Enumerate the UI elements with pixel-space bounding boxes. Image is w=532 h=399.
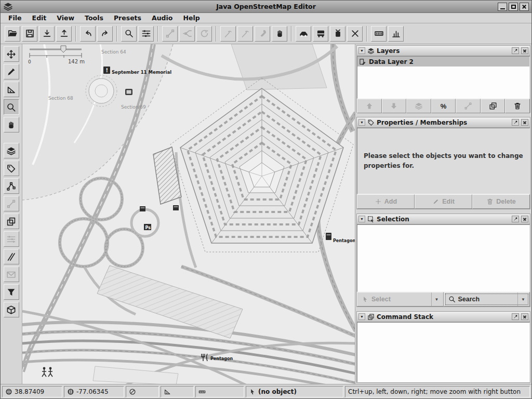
toolbar-separator (116, 26, 117, 42)
zoom-to-data-button[interactable] (121, 26, 137, 42)
toggle-layers-button[interactable] (4, 143, 19, 158)
bus-stop-icon (140, 206, 145, 211)
main-toolbar (1, 23, 531, 44)
preset-motorway-button[interactable] (371, 26, 387, 42)
properties-collapse-button[interactable]: ▼ (358, 119, 365, 126)
selection-sticky-button[interactable] (512, 216, 519, 222)
preset-bus-button[interactable] (313, 26, 328, 42)
upload-button[interactable] (56, 26, 72, 42)
delete-mode-button[interactable] (4, 117, 19, 132)
heading-field (126, 386, 159, 397)
layers-sticky-button[interactable] (512, 47, 519, 54)
angle-icon (164, 388, 171, 395)
zoom-mode-button[interactable] (4, 99, 19, 115)
command-stack-panel-header: ▼ Command Stack (357, 312, 530, 322)
layer-delete-button[interactable] (505, 99, 530, 113)
search-button[interactable]: Search ▼ (444, 292, 530, 307)
tram-icon (333, 29, 343, 38)
layer-opacity-button[interactable]: % (431, 99, 456, 113)
scale-value: 142 m (68, 59, 85, 64)
layer-move-down-button[interactable] (382, 99, 407, 113)
layer-duplicate-button[interactable] (481, 99, 506, 113)
menu-help[interactable]: Help (178, 14, 204, 22)
layers-panel-title: Layers (377, 47, 510, 55)
nodemerge-icon (6, 199, 16, 209)
refresh-icon (200, 29, 209, 38)
split-way-button[interactable] (179, 26, 195, 42)
command-stack-collapse-button[interactable]: ▼ (358, 313, 365, 320)
command-stack-sticky-button[interactable] (512, 313, 519, 320)
layer-visibility-button[interactable] (406, 99, 431, 113)
layer-merge-button[interactable] (456, 99, 481, 113)
funnel-icon (6, 287, 16, 297)
toggle-authors-button[interactable] (4, 231, 19, 247)
longitude-field[interactable]: -77.06345 (64, 386, 124, 397)
edit-button[interactable]: Edit (415, 194, 472, 209)
trash-icon (486, 198, 494, 205)
layer-move-up-button[interactable] (357, 99, 382, 113)
minimize-button[interactable] (498, 3, 507, 11)
close-button[interactable] (520, 3, 529, 11)
latitude-field[interactable]: 38.87409 (2, 386, 62, 397)
maximize-icon (511, 5, 516, 9)
layers-panel: ▼ Layers Data Layer 2 % (356, 45, 530, 113)
command-stack-close-button[interactable] (521, 313, 528, 320)
angle-field (161, 386, 194, 397)
section-label: Section 69 (121, 104, 146, 110)
command-stack-list[interactable] (357, 322, 530, 382)
pan-button[interactable] (272, 26, 287, 42)
select-button[interactable]: Select ▼ (357, 292, 444, 307)
redo-button[interactable] (97, 26, 113, 42)
undo-button[interactable] (80, 26, 96, 42)
select-mode-button[interactable] (4, 46, 19, 62)
measure-mode-button[interactable] (4, 82, 19, 97)
menu-edit[interactable]: Edit (28, 14, 51, 22)
envelope-icon (6, 270, 16, 280)
toggle-changesets-button[interactable] (4, 302, 19, 317)
parking-code: Ps (145, 225, 151, 230)
preset-car-button[interactable] (296, 26, 311, 42)
open-button[interactable] (5, 26, 20, 42)
toggle-selection-button[interactable] (4, 178, 19, 194)
toggle-conflicts-button[interactable] (4, 249, 19, 264)
preset-industrial-button[interactable] (388, 26, 404, 42)
properties-sticky-button[interactable] (512, 119, 519, 126)
layers-collapse-button[interactable]: ▼ (358, 47, 365, 54)
selection-buttons: Select ▼ Search ▼ (357, 292, 530, 307)
properties-close-button[interactable] (521, 119, 528, 126)
menu-audio[interactable]: Audio (147, 14, 177, 22)
unglue-way-button[interactable] (162, 26, 178, 42)
preset-delete-button[interactable] (347, 26, 363, 42)
selection-close-button[interactable] (521, 216, 528, 222)
orthogonalize-button[interactable] (255, 26, 270, 42)
toggle-properties-button[interactable] (4, 161, 19, 176)
latitude-value: 38.87409 (15, 388, 44, 395)
map-svg: ! September 11 Memorial Ps Pentagon Pent… (22, 44, 355, 384)
layers-list[interactable]: Data Layer 2 (357, 56, 530, 99)
parallel-icon (6, 252, 16, 262)
preset-tram-button[interactable] (330, 26, 345, 42)
menu-presets[interactable]: Presets (109, 14, 146, 22)
menu-view[interactable]: View (52, 14, 79, 22)
reverse-way-button[interactable] (237, 26, 253, 42)
toggle-validator-button[interactable] (4, 267, 19, 282)
layers-close-button[interactable] (521, 47, 528, 54)
maximize-button[interactable] (509, 3, 518, 11)
menu-file[interactable]: File (4, 14, 26, 22)
update-data-button[interactable] (196, 26, 212, 42)
menu-tools[interactable]: Tools (80, 14, 108, 22)
map-canvas[interactable]: ! September 11 Memorial Ps Pentagon Pent… (22, 44, 355, 384)
add-button[interactable]: Add (357, 194, 415, 209)
draw-mode-button[interactable] (4, 64, 19, 79)
save-button[interactable] (22, 26, 37, 42)
preferences-button[interactable] (138, 26, 154, 42)
layer-row[interactable]: Data Layer 2 (357, 57, 529, 66)
toggle-command-stack-button[interactable] (4, 214, 19, 229)
toggle-relations-button[interactable] (4, 196, 19, 211)
selection-collapse-button[interactable]: ▼ (358, 216, 365, 222)
delete-button[interactable]: Delete (472, 194, 530, 209)
selection-list[interactable] (357, 224, 530, 292)
toggle-filter-button[interactable] (4, 284, 19, 300)
simplify-way-button[interactable] (220, 26, 236, 42)
download-button[interactable] (39, 26, 55, 42)
